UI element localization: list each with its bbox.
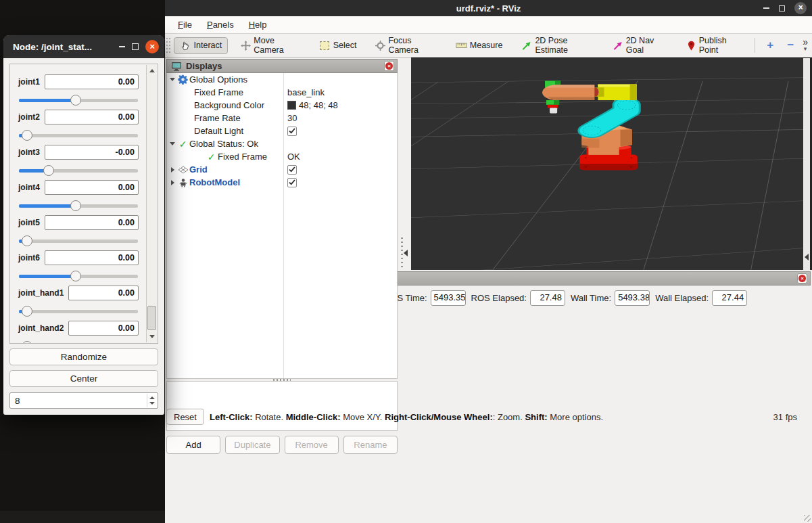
joint-slider[interactable]: [18, 302, 139, 320]
slider-groove: [19, 134, 138, 137]
checkbox[interactable]: [287, 165, 297, 175]
joints-scrollbar[interactable]: [146, 65, 157, 342]
tree-row[interactable]: Frame Rate30: [167, 112, 397, 124]
joint-value-input[interactable]: 0.00: [45, 180, 139, 195]
joint-window-titlebar[interactable]: Node: /joint_stat... ×: [3, 35, 164, 58]
time-field-ros-time-[interactable]: 5493.35: [431, 290, 466, 306]
tree-label: Background Color: [194, 100, 264, 110]
reset-button[interactable]: Reset: [166, 409, 204, 425]
tool-focus-camera[interactable]: Focus Camera: [369, 32, 442, 58]
joint-slider[interactable]: [18, 91, 139, 109]
joint-value-input[interactable]: 0.00: [45, 250, 139, 265]
joint-value-input[interactable]: 0.00: [45, 74, 139, 89]
rate-spinbox[interactable]: 8: [9, 392, 158, 409]
menu-help[interactable]: Help: [243, 18, 273, 32]
collapse-right-icon[interactable]: [805, 254, 809, 260]
joint-value-input[interactable]: 0.00: [45, 110, 139, 124]
joint-slider[interactable]: [18, 197, 139, 214]
scrollbar-thumb[interactable]: [147, 306, 156, 330]
color-swatch[interactable]: [287, 101, 296, 110]
time-close-button[interactable]: ×: [797, 273, 807, 283]
scroll-down-icon[interactable]: [149, 335, 155, 338]
joint-value-input[interactable]: 0.00: [45, 215, 139, 230]
slider-handle[interactable]: [70, 271, 81, 281]
tree-row[interactable]: Global Options: [167, 73, 397, 86]
tree-row[interactable]: ✓Global Status: Ok: [167, 137, 397, 150]
render-viewport[interactable]: [411, 58, 812, 270]
menu-panels[interactable]: Panels: [201, 18, 240, 32]
joint-value: 0.00: [118, 288, 135, 298]
displays-close-button[interactable]: ×: [384, 61, 394, 71]
joint-slider[interactable]: [18, 232, 139, 250]
tree-row[interactable]: Background Color48; 48; 48: [167, 99, 397, 112]
time-field-wall-time-[interactable]: 5493.38: [615, 290, 650, 306]
menu-file[interactable]: File: [172, 18, 198, 32]
tool-interact[interactable]: Interact: [174, 37, 229, 54]
maximize-icon[interactable]: [779, 5, 785, 12]
spin-down-icon[interactable]: [149, 402, 155, 405]
tree-row[interactable]: RobotModel: [167, 176, 397, 189]
expander-down-icon[interactable]: [168, 78, 176, 81]
slider-handle[interactable]: [22, 306, 32, 317]
minimize-icon[interactable]: [763, 7, 769, 9]
tree-value[interactable]: OK: [287, 152, 300, 162]
tree-row[interactable]: Grid: [167, 163, 397, 176]
collapse-left-icon[interactable]: [404, 250, 408, 256]
views-splitter[interactable]: [803, 58, 810, 270]
tool-2d-pose-estimate[interactable]: 2D Pose Estimate: [515, 32, 599, 58]
center-button[interactable]: Center: [9, 370, 158, 387]
tree-row[interactable]: Default Light: [167, 124, 397, 137]
tool-select[interactable]: Select: [313, 37, 363, 53]
slider-handle[interactable]: [22, 341, 32, 344]
checkbox[interactable]: [287, 127, 297, 136]
toolbar-overflow-button[interactable]: »▾: [801, 39, 808, 52]
close-icon[interactable]: ×: [794, 2, 807, 14]
toolbar-grip[interactable]: [166, 38, 170, 53]
joint-value-input[interactable]: 0.00: [68, 286, 139, 300]
slider-handle[interactable]: [22, 235, 32, 246]
expander-right-icon[interactable]: [168, 167, 176, 173]
tool-2d-nav-goal[interactable]: 2D Nav Goal: [606, 32, 673, 58]
joint-value: 0.00: [118, 183, 135, 192]
randomize-button[interactable]: Randomize: [9, 348, 158, 365]
menu-bar: FilePanelsHelp: [165, 16, 812, 34]
joint-value-input[interactable]: -0.00: [45, 145, 139, 160]
add-tool-button[interactable]: +: [761, 39, 780, 52]
joint-state-publisher-window: Node: /joint_stat... × joint10.00joint20…: [3, 35, 164, 415]
remove-tool-button[interactable]: −: [781, 39, 800, 52]
joint-value-input[interactable]: 0.00: [68, 321, 139, 336]
displays-header[interactable]: Displays ×: [166, 59, 398, 73]
resize-grip[interactable]: [804, 515, 811, 522]
tool-publish-point[interactable]: Publish Point: [680, 32, 748, 58]
slider-handle[interactable]: [43, 165, 54, 176]
scroll-up-icon[interactable]: [149, 69, 155, 72]
joint-slider[interactable]: [18, 162, 139, 179]
title-bar[interactable]: urdf.rviz* - RViz ×: [165, 0, 812, 16]
expander-right-icon[interactable]: [168, 180, 176, 185]
joint-row: joint50.00: [18, 214, 139, 231]
tree-value[interactable]: base_link: [287, 87, 325, 97]
joint-slider[interactable]: [18, 267, 139, 285]
maximize-icon[interactable]: [132, 43, 139, 50]
tree-value[interactable]: 30: [287, 113, 297, 123]
time-field-wall-elapsed-[interactable]: 27.44: [712, 290, 747, 306]
time-field-ros-elapsed-[interactable]: 27.48: [530, 290, 565, 306]
tree-row[interactable]: ✓Fixed FrameOK: [167, 150, 397, 163]
expander-down-icon[interactable]: [168, 142, 176, 145]
close-icon[interactable]: ×: [145, 40, 159, 53]
main-splitter[interactable]: [398, 58, 411, 270]
slider-handle[interactable]: [70, 200, 81, 211]
tree-row[interactable]: Fixed Framebase_link: [167, 86, 397, 99]
slider-handle[interactable]: [22, 130, 32, 141]
joint-value: 0.00: [118, 218, 135, 227]
minimize-icon[interactable]: [119, 46, 125, 47]
slider-handle[interactable]: [70, 95, 81, 106]
tool-move-camera[interactable]: Move Camera: [235, 32, 306, 58]
tool-measure[interactable]: Measure: [450, 37, 509, 53]
tree-value[interactable]: 48; 48; 48: [299, 100, 338, 110]
joint-slider[interactable]: [18, 127, 139, 144]
checkbox[interactable]: [287, 178, 297, 187]
joint-slider[interactable]: [18, 338, 139, 344]
robot-model: [542, 81, 638, 170]
spin-up-icon[interactable]: [149, 396, 155, 399]
